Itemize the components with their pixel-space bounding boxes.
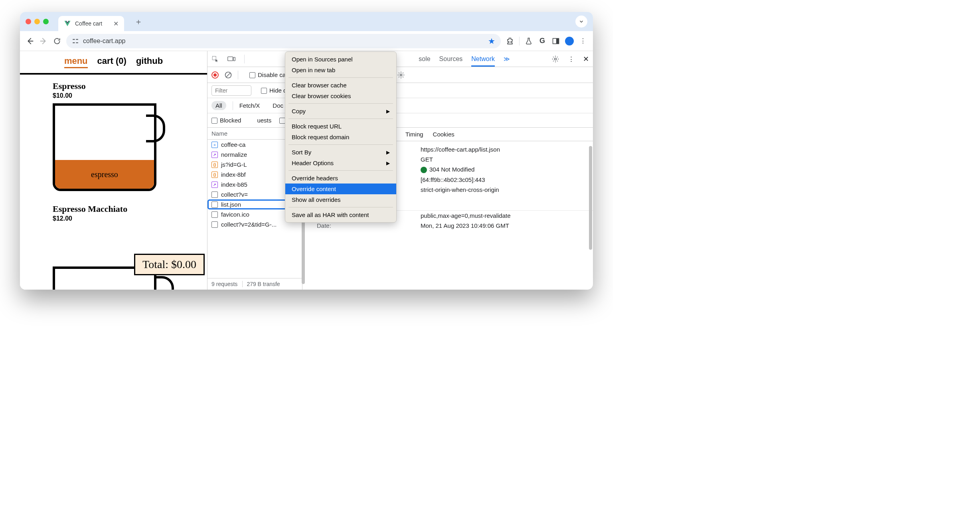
css-file-icon: ↗ — [211, 182, 218, 188]
mug-fill-label: espresso — [55, 160, 154, 189]
other-file-icon — [211, 221, 218, 228]
menu-item-label: Open in new tab — [292, 67, 335, 73]
inspect-icon[interactable] — [211, 55, 219, 63]
request-count: 9 requests — [211, 281, 237, 287]
menu-item-label: Override content — [292, 186, 336, 192]
menu-separator — [288, 118, 393, 119]
context-menu: Open in Sources panelOpen in new tabClea… — [285, 51, 397, 223]
context-menu-item[interactable]: Clear browser cookies — [285, 91, 396, 101]
filter-input[interactable] — [211, 85, 251, 96]
network-filter-bar: Hide data URLs Hide extension URLs — [207, 83, 593, 98]
product-price: $10.00 — [53, 92, 207, 99]
request-name: index-b85 — [221, 181, 247, 188]
request-method: GET — [421, 156, 433, 163]
other-file-icon — [211, 191, 218, 198]
context-menu-item[interactable]: Block request URL — [285, 121, 396, 132]
url-text: coffee-cart.app — [83, 37, 125, 45]
device-toolbar-icon[interactable] — [227, 55, 235, 63]
context-menu-item[interactable]: Copy▶ — [285, 106, 396, 116]
google-button[interactable]: G — [538, 37, 547, 45]
nav-cart-link[interactable]: cart (0) — [97, 56, 126, 68]
more-tabs-button[interactable]: ≫ — [504, 55, 510, 63]
site-settings-icon[interactable] — [72, 37, 79, 45]
devtools-close-button[interactable]: ✕ — [583, 55, 589, 63]
new-tab-button[interactable]: ＋ — [134, 16, 142, 27]
network-toolbar: Disable cache No throttling — [207, 67, 593, 83]
doc-file-icon: ≡ — [211, 142, 218, 148]
filter-doc[interactable]: Doc — [273, 102, 283, 109]
address-bar: coffee-cart.app ★ G ⋮ — [20, 31, 593, 51]
svg-line-11 — [226, 73, 230, 77]
gear-icon[interactable] — [397, 71, 405, 79]
context-menu-item[interactable]: Save all as HAR with content — [285, 209, 396, 220]
extension-icon — [506, 37, 514, 45]
browser-menu-button[interactable]: ⋮ — [579, 37, 587, 45]
filter-all[interactable]: All — [211, 101, 226, 110]
gear-icon[interactable] — [551, 55, 559, 63]
context-menu-item[interactable]: Override headers — [285, 173, 396, 184]
browser-tab[interactable]: Coffee cart ✕ — [58, 16, 124, 31]
menu-item-label: Copy — [292, 108, 306, 114]
profile-avatar[interactable] — [565, 37, 574, 45]
menu-item-label: Header Options — [292, 160, 334, 166]
clear-button[interactable] — [224, 71, 232, 79]
submenu-arrow-icon: ▶ — [386, 150, 390, 155]
panel-tab-sources[interactable]: Sources — [439, 55, 463, 63]
nav-github-link[interactable]: github — [136, 56, 163, 68]
context-menu-item[interactable]: Clear browser cache — [285, 80, 396, 91]
sidepanel-button[interactable] — [551, 37, 560, 45]
menu-item-label: Clear browser cookies — [292, 93, 351, 99]
context-menu-item[interactable]: Show all overrides — [285, 194, 396, 205]
menu-item-label: Sort By — [292, 149, 311, 156]
window-maximize-button[interactable] — [43, 19, 49, 24]
extensions-button[interactable] — [506, 37, 514, 45]
scrollbar[interactable] — [589, 146, 592, 250]
omnibox[interactable]: coffee-cart.app ★ — [66, 34, 501, 48]
menu-item-label: Open in Sources panel — [292, 56, 353, 63]
other-file-icon — [211, 211, 218, 218]
devtools-menu-button[interactable]: ⋮ — [568, 55, 574, 63]
request-name: list.json — [221, 201, 241, 208]
filter-fetch[interactable]: Fetch/X — [239, 102, 260, 109]
status-code: 304 Not Modified — [421, 166, 474, 173]
context-menu-item[interactable]: Open in new tab — [285, 65, 396, 75]
panel-tab-console[interactable]: sole — [419, 55, 430, 63]
bookmark-star-icon[interactable]: ★ — [488, 36, 495, 46]
cart-total[interactable]: Total: $0.00 — [134, 254, 205, 275]
labs-button[interactable] — [524, 37, 533, 45]
forward-button[interactable] — [39, 37, 48, 45]
context-menu-item[interactable]: Open in Sources panel — [285, 54, 396, 65]
context-menu-item[interactable]: Sort By▶ — [285, 147, 396, 158]
back-button[interactable] — [26, 37, 34, 45]
svg-rect-5 — [556, 38, 559, 43]
tab-timing[interactable]: Timing — [405, 131, 423, 138]
request-url: https://coffee-cart.app/list.json — [421, 146, 500, 153]
blocked-requests-checkbox[interactable]: Blocked — [211, 117, 241, 124]
window-minimize-button[interactable] — [34, 19, 40, 24]
tab-close-icon[interactable]: ✕ — [113, 20, 119, 28]
record-button[interactable] — [211, 71, 219, 79]
context-menu-item[interactable]: Override content — [285, 184, 396, 194]
product-card: Espresso Macchiato $12.00 — [20, 195, 207, 222]
panel-tab-network[interactable]: Network — [471, 55, 495, 67]
window-close-button[interactable] — [26, 19, 31, 24]
menu-separator — [288, 144, 393, 145]
context-menu-item[interactable]: Block request domain — [285, 132, 396, 142]
reload-icon — [53, 37, 61, 45]
chevron-down-icon — [579, 19, 584, 24]
tabs-dropdown-button[interactable] — [575, 16, 587, 28]
menu-item-label: Block request URL — [292, 123, 342, 130]
request-name: index-8bf — [221, 171, 246, 178]
coffee-mug-graphic[interactable]: espresso — [53, 103, 160, 195]
submenu-arrow-icon: ▶ — [386, 109, 390, 114]
tab-cookies[interactable]: Cookies — [433, 131, 454, 138]
requests-partial-label: uests — [257, 117, 271, 124]
header-key: Date: — [317, 222, 409, 229]
css-file-icon: ↗ — [211, 152, 218, 158]
reload-button[interactable] — [53, 37, 61, 45]
context-menu-item[interactable]: Header Options▶ — [285, 158, 396, 168]
page-content: menu cart (0) github Espresso $10.00 esp… — [20, 51, 207, 290]
request-name: normalize — [221, 151, 247, 158]
network-type-filter: All Fetch/X Doc WS Wasm Manifest Other — [207, 98, 593, 113]
nav-menu-link[interactable]: menu — [64, 56, 88, 68]
